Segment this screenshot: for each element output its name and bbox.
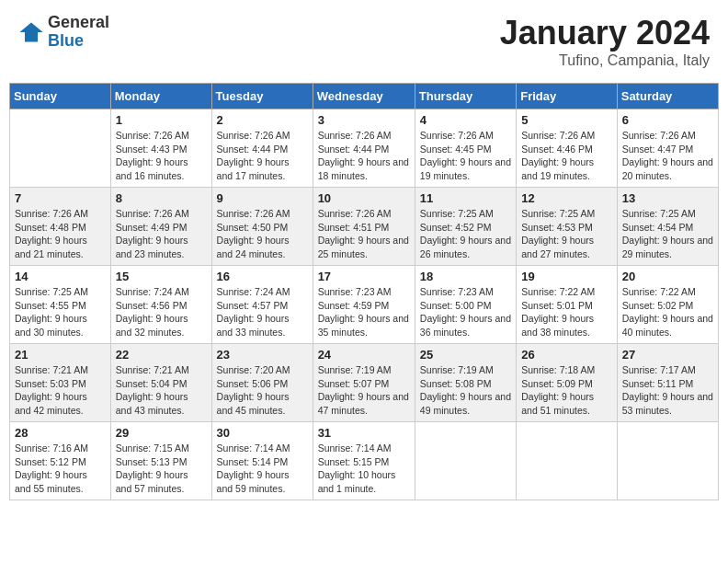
calendar-cell: 28Sunrise: 7:16 AMSunset: 5:12 PMDayligh… [10,422,111,500]
calendar-week-row: 21Sunrise: 7:21 AMSunset: 5:03 PMDayligh… [10,344,719,422]
day-detail: Sunrise: 7:26 AMSunset: 4:46 PMDaylight:… [521,129,612,183]
day-detail: Sunrise: 7:14 AMSunset: 5:14 PMDaylight:… [217,442,308,496]
day-number: 28 [15,426,106,440]
weekday-header-wednesday: Wednesday [313,84,415,109]
day-detail: Sunrise: 7:20 AMSunset: 5:06 PMDaylight:… [217,363,308,418]
weekday-header-friday: Friday [517,84,618,109]
day-number: 19 [521,270,612,283]
calendar-cell [415,422,516,500]
day-number: 13 [622,191,713,205]
day-detail: Sunrise: 7:16 AMSunset: 5:12 PMDaylight:… [15,442,106,496]
day-detail: Sunrise: 7:19 AMSunset: 5:08 PMDaylight:… [420,363,511,418]
day-number: 1 [116,113,207,127]
calendar-cell: 24Sunrise: 7:19 AMSunset: 5:07 PMDayligh… [313,344,415,422]
logo-blue: Blue [48,32,109,51]
calendar-cell: 7Sunrise: 7:26 AMSunset: 4:48 PMDaylight… [10,188,111,266]
calendar-cell: 20Sunrise: 7:22 AMSunset: 5:02 PMDayligh… [617,266,718,344]
calendar-cell: 12Sunrise: 7:25 AMSunset: 4:53 PMDayligh… [517,188,618,266]
day-number: 23 [217,348,308,362]
calendar-cell [617,422,718,500]
calendar-cell: 23Sunrise: 7:20 AMSunset: 5:06 PMDayligh… [211,344,313,422]
day-detail: Sunrise: 7:23 AMSunset: 5:00 PMDaylight:… [420,285,511,339]
day-number: 16 [217,270,308,283]
day-number: 6 [622,113,713,127]
weekday-header-sunday: Sunday [10,84,111,109]
logo-icon [18,19,44,45]
day-number: 21 [15,348,106,362]
calendar-table: SundayMondayTuesdayWednesdayThursdayFrid… [9,83,719,500]
calendar-cell: 1Sunrise: 7:26 AMSunset: 4:43 PMDaylight… [110,109,211,188]
calendar-cell: 19Sunrise: 7:22 AMSunset: 5:01 PMDayligh… [517,266,618,344]
day-number: 20 [622,270,713,283]
day-number: 22 [116,348,207,362]
subtitle: Tufino, Campania, Italy [500,52,710,69]
day-number: 17 [318,270,410,283]
logo: General Blue [18,14,109,51]
calendar-cell: 8Sunrise: 7:26 AMSunset: 4:49 PMDaylight… [110,188,211,266]
calendar-cell: 13Sunrise: 7:25 AMSunset: 4:54 PMDayligh… [617,188,718,266]
day-detail: Sunrise: 7:17 AMSunset: 5:11 PMDaylight:… [622,363,713,418]
day-number: 14 [15,270,106,283]
day-detail: Sunrise: 7:25 AMSunset: 4:55 PMDaylight:… [15,285,106,339]
day-detail: Sunrise: 7:26 AMSunset: 4:51 PMDaylight:… [318,207,410,261]
calendar-cell: 21Sunrise: 7:21 AMSunset: 5:03 PMDayligh… [10,344,111,422]
day-number: 18 [420,270,511,283]
day-number: 8 [116,191,207,205]
calendar-cell: 31Sunrise: 7:14 AMSunset: 5:15 PMDayligh… [313,422,415,500]
day-detail: Sunrise: 7:21 AMSunset: 5:03 PMDaylight:… [15,363,106,418]
day-detail: Sunrise: 7:15 AMSunset: 5:13 PMDaylight:… [116,442,207,496]
day-number: 12 [521,191,612,205]
day-detail: Sunrise: 7:22 AMSunset: 5:01 PMDaylight:… [521,285,612,339]
calendar-cell [517,422,618,500]
day-number: 7 [15,191,106,205]
day-number: 25 [420,348,511,362]
day-detail: Sunrise: 7:25 AMSunset: 4:54 PMDaylight:… [622,207,713,261]
day-detail: Sunrise: 7:26 AMSunset: 4:44 PMDaylight:… [217,129,308,183]
day-number: 24 [318,348,410,362]
day-detail: Sunrise: 7:24 AMSunset: 4:57 PMDaylight:… [217,285,308,339]
calendar-cell: 4Sunrise: 7:26 AMSunset: 4:45 PMDaylight… [415,109,516,188]
day-detail: Sunrise: 7:24 AMSunset: 4:56 PMDaylight:… [116,285,207,339]
calendar-cell: 29Sunrise: 7:15 AMSunset: 5:13 PMDayligh… [110,422,211,500]
day-number: 15 [116,270,207,283]
calendar-cell: 16Sunrise: 7:24 AMSunset: 4:57 PMDayligh… [211,266,313,344]
day-detail: Sunrise: 7:26 AMSunset: 4:47 PMDaylight:… [622,129,713,183]
calendar-cell: 10Sunrise: 7:26 AMSunset: 4:51 PMDayligh… [313,188,415,266]
calendar-cell: 9Sunrise: 7:26 AMSunset: 4:50 PMDaylight… [211,188,313,266]
day-detail: Sunrise: 7:26 AMSunset: 4:43 PMDaylight:… [116,129,207,183]
day-number: 29 [116,426,207,440]
calendar-cell: 17Sunrise: 7:23 AMSunset: 4:59 PMDayligh… [313,266,415,344]
calendar-cell: 25Sunrise: 7:19 AMSunset: 5:08 PMDayligh… [415,344,516,422]
calendar-week-row: 1Sunrise: 7:26 AMSunset: 4:43 PMDaylight… [10,109,719,188]
day-detail: Sunrise: 7:22 AMSunset: 5:02 PMDaylight:… [622,285,713,339]
day-number: 30 [217,426,308,440]
calendar-cell: 30Sunrise: 7:14 AMSunset: 5:14 PMDayligh… [211,422,313,500]
page-header: General Blue January 2024 Tufino, Campan… [9,9,719,74]
day-number: 9 [217,191,308,205]
day-detail: Sunrise: 7:25 AMSunset: 4:52 PMDaylight:… [420,207,511,261]
calendar-week-row: 28Sunrise: 7:16 AMSunset: 5:12 PMDayligh… [10,422,719,500]
day-detail: Sunrise: 7:26 AMSunset: 4:44 PMDaylight:… [318,129,410,183]
calendar-cell: 26Sunrise: 7:18 AMSunset: 5:09 PMDayligh… [517,344,618,422]
day-number: 4 [420,113,511,127]
weekday-header-saturday: Saturday [617,84,718,109]
day-detail: Sunrise: 7:14 AMSunset: 5:15 PMDaylight:… [318,442,410,496]
calendar-cell: 11Sunrise: 7:25 AMSunset: 4:52 PMDayligh… [415,188,516,266]
day-detail: Sunrise: 7:18 AMSunset: 5:09 PMDaylight:… [521,363,612,418]
day-number: 27 [622,348,713,362]
day-detail: Sunrise: 7:26 AMSunset: 4:48 PMDaylight:… [15,207,106,261]
weekday-header-thursday: Thursday [415,84,516,109]
day-number: 11 [420,191,511,205]
calendar-cell: 6Sunrise: 7:26 AMSunset: 4:47 PMDaylight… [617,109,718,188]
calendar-cell: 14Sunrise: 7:25 AMSunset: 4:55 PMDayligh… [10,266,111,344]
logo-text: General Blue [48,14,109,51]
calendar-cell: 3Sunrise: 7:26 AMSunset: 4:44 PMDaylight… [313,109,415,188]
day-number: 5 [521,113,612,127]
day-detail: Sunrise: 7:25 AMSunset: 4:53 PMDaylight:… [521,207,612,261]
main-title: January 2024 [500,14,710,52]
svg-marker-0 [19,22,42,41]
calendar-header-row: SundayMondayTuesdayWednesdayThursdayFrid… [10,84,719,109]
day-detail: Sunrise: 7:26 AMSunset: 4:45 PMDaylight:… [420,129,511,183]
day-detail: Sunrise: 7:21 AMSunset: 5:04 PMDaylight:… [116,363,207,418]
calendar-cell: 5Sunrise: 7:26 AMSunset: 4:46 PMDaylight… [517,109,618,188]
